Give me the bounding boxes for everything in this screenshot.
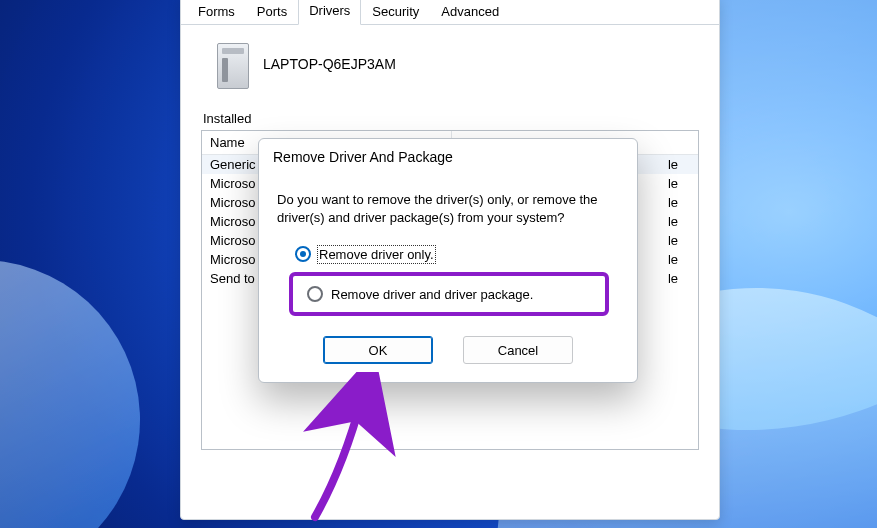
server-icon	[211, 39, 251, 89]
radio-button-icon	[307, 286, 323, 302]
radio-remove-driver-only[interactable]: Remove driver only.	[277, 244, 619, 264]
remove-driver-dialog: Remove Driver And Package Do you want to…	[258, 138, 638, 383]
ok-button[interactable]: OK	[323, 336, 433, 364]
tab-security[interactable]: Security	[361, 0, 430, 25]
radio-label: Remove driver and driver package.	[331, 287, 533, 302]
radio-label: Remove driver only.	[319, 247, 434, 262]
installed-drivers-label: Installed	[203, 111, 699, 126]
tab-ports[interactable]: Ports	[246, 0, 298, 25]
device-header: LAPTOP-Q6EJP3AM	[181, 25, 719, 99]
radio-button-icon	[295, 246, 311, 262]
tab-drivers[interactable]: Drivers	[298, 0, 361, 25]
tab-advanced[interactable]: Advanced	[430, 0, 510, 25]
dialog-message: Do you want to remove the driver(s) only…	[277, 191, 619, 226]
dialog-title: Remove Driver And Package	[259, 139, 637, 173]
tab-forms[interactable]: Forms	[187, 0, 246, 25]
annotation-highlight: Remove driver and driver package.	[289, 272, 609, 316]
cancel-button[interactable]: Cancel	[463, 336, 573, 364]
tab-strip: Forms Ports Drivers Security Advanced	[181, 0, 719, 25]
radio-remove-driver-and-package[interactable]: Remove driver and driver package.	[307, 286, 591, 302]
device-name: LAPTOP-Q6EJP3AM	[263, 56, 396, 72]
